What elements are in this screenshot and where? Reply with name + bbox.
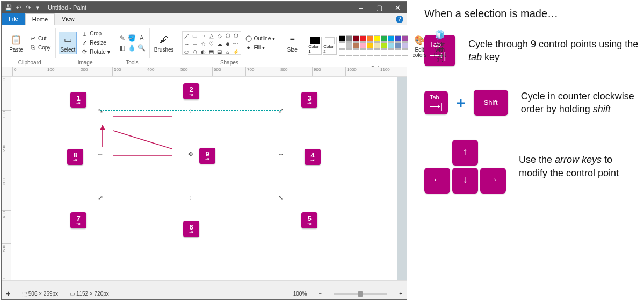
shapes-gallery[interactable]: ／▭○△◇⬠⬡ →↔☆♡☁☻〰 ⬭⬯◐⬒⬓⌂⚡ bbox=[182, 31, 241, 55]
key-arrow-up: ↑ bbox=[452, 140, 478, 166]
clipboard-icon: 📋 bbox=[10, 33, 23, 46]
handle-ne[interactable]: ⤢ bbox=[277, 107, 285, 114]
tab-file[interactable]: File bbox=[2, 13, 25, 25]
edit-colors-button[interactable]: 🎨 Edit colors bbox=[410, 32, 429, 60]
color2-button[interactable]: Color 2 bbox=[323, 37, 337, 55]
help-icon[interactable]: ? bbox=[396, 16, 403, 23]
tab-home[interactable]: Home bbox=[25, 13, 55, 25]
swatch[interactable] bbox=[360, 42, 366, 49]
handle-s[interactable]: ↕ bbox=[187, 194, 194, 202]
swatch[interactable] bbox=[360, 49, 366, 56]
paste-button[interactable]: 📋 Paste bbox=[7, 32, 25, 54]
swatch[interactable] bbox=[374, 35, 380, 42]
redo-icon[interactable]: ↷ bbox=[24, 4, 32, 11]
handle-move[interactable]: ✥ bbox=[187, 150, 194, 158]
brushes-button[interactable]: 🖌 Brushes bbox=[153, 32, 176, 54]
rotate-icon: ⟳ bbox=[81, 48, 88, 55]
swatch[interactable] bbox=[367, 49, 373, 56]
swatch[interactable] bbox=[346, 49, 352, 56]
group-clipboard: 📋 Paste ✂Cut ⎘Copy Clipboard bbox=[4, 26, 55, 67]
swatch[interactable] bbox=[346, 42, 352, 49]
rotate-button[interactable]: ⟳Rotate ▾ bbox=[79, 48, 111, 56]
swatch[interactable] bbox=[360, 35, 366, 42]
maximize-button[interactable]: ▢ bbox=[370, 2, 388, 13]
swatch[interactable] bbox=[395, 42, 401, 49]
swatch[interactable] bbox=[395, 35, 401, 42]
handle-nw[interactable]: ⤡ bbox=[97, 107, 104, 114]
swatch[interactable] bbox=[388, 42, 394, 49]
shape-outline-button[interactable]: ◯Outline ▾ bbox=[243, 34, 277, 42]
group-label: Tools bbox=[126, 59, 138, 67]
color-palette[interactable] bbox=[339, 35, 408, 56]
swatch[interactable] bbox=[346, 35, 352, 42]
cut-button[interactable]: ✂Cut bbox=[27, 34, 52, 42]
tab-view[interactable]: View bbox=[55, 13, 82, 25]
color1-button[interactable]: Color 1 bbox=[308, 37, 322, 55]
ribbon-tabs: File Home View ? bbox=[2, 13, 407, 25]
swatch[interactable] bbox=[395, 49, 401, 56]
control-point-marker-6: 6 bbox=[183, 221, 199, 237]
magnifier-tool-icon[interactable]: 🔍 bbox=[138, 44, 146, 52]
crop-button[interactable]: ⟂Crop bbox=[79, 30, 111, 38]
selection-rect[interactable]: ⤡ ↕ ⤢ ↔ ⤡ ↕ ⤢ ↔ ✥ bbox=[100, 110, 281, 198]
canvas-scroll[interactable]: ⤡ ↕ ⤢ ↔ ⤡ ↕ ⤢ ↔ ✥ 12 bbox=[11, 77, 407, 280]
swatch[interactable] bbox=[402, 42, 408, 49]
handle-w[interactable]: ↔ bbox=[97, 150, 104, 158]
explain-text-3: Use the arrow keys to modify the control… bbox=[519, 153, 640, 180]
minimize-button[interactable]: – bbox=[352, 2, 370, 13]
control-point-marker-7: 7 bbox=[70, 212, 86, 228]
text-tool-icon[interactable]: A bbox=[138, 34, 146, 42]
control-point-marker-3: 3 bbox=[301, 92, 317, 108]
swatch[interactable] bbox=[388, 35, 394, 42]
swatch[interactable] bbox=[381, 42, 387, 49]
swatch[interactable] bbox=[339, 35, 345, 42]
swatch[interactable] bbox=[374, 49, 380, 56]
swatch[interactable] bbox=[339, 49, 345, 56]
swatch[interactable] bbox=[353, 35, 359, 42]
swatch[interactable] bbox=[402, 35, 408, 42]
explain-text-2: Cycle in counter clockwise order by hold… bbox=[521, 90, 640, 116]
paint3d-button[interactable]: 🧊 Edit with Paint 3D bbox=[431, 26, 449, 65]
handle-n[interactable]: ↕ bbox=[187, 107, 194, 114]
copy-button[interactable]: ⎘Copy bbox=[27, 43, 52, 52]
swatch[interactable] bbox=[381, 35, 387, 42]
size-button[interactable]: ≡ Size bbox=[283, 32, 301, 54]
horizontal-scrollbar[interactable] bbox=[2, 280, 407, 288]
resize-button[interactable]: ⤢Resize bbox=[79, 39, 111, 47]
select-button[interactable]: ▭ Select bbox=[59, 32, 77, 54]
handle-e[interactable]: ↔ bbox=[277, 150, 285, 158]
save-icon[interactable]: 💾 bbox=[5, 4, 12, 11]
outline-icon: ◯ bbox=[245, 35, 252, 42]
swatch[interactable] bbox=[388, 49, 394, 56]
swatch[interactable] bbox=[339, 42, 345, 49]
swatch[interactable] bbox=[381, 49, 387, 56]
handle-sw[interactable]: ⤢ bbox=[97, 194, 104, 202]
eraser-tool-icon[interactable]: ◧ bbox=[118, 44, 127, 52]
tool-palette: ✎ 🪣 A ◧ 💧 🔍 bbox=[118, 34, 146, 52]
swatch[interactable] bbox=[353, 49, 359, 56]
shape-fill-button[interactable]: ●Fill ▾ bbox=[243, 43, 277, 52]
handle-se[interactable]: ⤡ bbox=[277, 194, 285, 202]
zoom-slider[interactable] bbox=[334, 293, 387, 295]
swatch[interactable] bbox=[367, 42, 373, 49]
swatch[interactable] bbox=[374, 42, 380, 49]
workarea: 0100200300400500600 ⤡ ↕ ⤢ ↔ ⤡ ↕ ⤢ ↔ ✥ bbox=[2, 77, 407, 280]
pencil-tool-icon[interactable]: ✎ bbox=[118, 34, 127, 42]
swatch[interactable] bbox=[353, 42, 359, 49]
qat-customize-icon[interactable]: ▾ bbox=[34, 4, 41, 11]
tab-arrow-icon: ⟶| bbox=[430, 103, 443, 110]
zoom-out-button[interactable]: − bbox=[319, 291, 322, 297]
group-shapes: ／▭○△◇⬠⬡ →↔☆♡☁☻〰 ⬭⬯◐⬒⬓⌂⚡ ◯Outline ▾ ●Fill… bbox=[179, 26, 280, 67]
swatch[interactable] bbox=[367, 35, 373, 42]
control-point-marker-8: 8 bbox=[67, 149, 83, 165]
swatch[interactable] bbox=[402, 49, 408, 56]
arrow-keys: ↑ ← ↓ → bbox=[424, 140, 506, 194]
close-button[interactable]: ✕ bbox=[388, 2, 407, 13]
zoom-in-button[interactable]: + bbox=[399, 291, 402, 297]
fill-icon: ● bbox=[245, 44, 252, 51]
fill-tool-icon[interactable]: 🪣 bbox=[128, 34, 136, 42]
eyedropper-tool-icon[interactable]: 💧 bbox=[128, 44, 136, 52]
copy-icon: ⎘ bbox=[29, 44, 37, 51]
undo-icon[interactable]: ↶ bbox=[15, 4, 22, 11]
canvas[interactable]: ⤡ ↕ ⤢ ↔ ⤡ ↕ ⤢ ↔ ✥ 12 bbox=[11, 77, 397, 280]
